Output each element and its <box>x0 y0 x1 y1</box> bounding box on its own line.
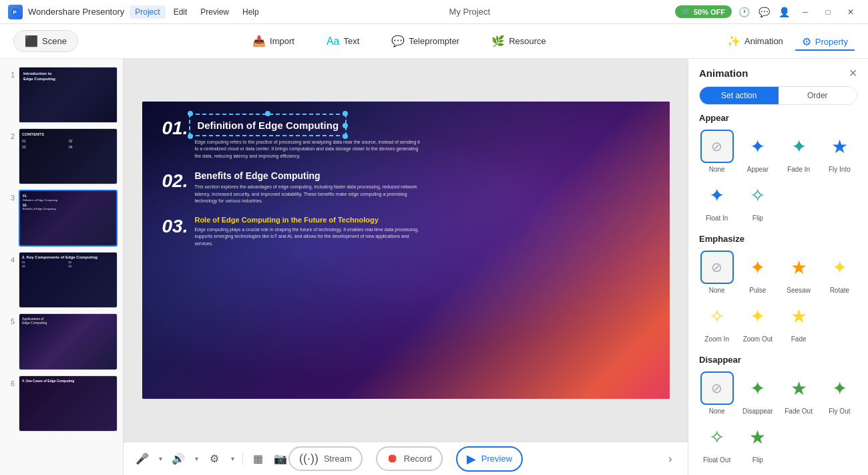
slide-canvas[interactable]: 01. <box>142 102 670 399</box>
disapp-flip-icon[interactable]: ★ <box>741 420 775 454</box>
titlebar-left: P Wondershare Presentory Project Edit Pr… <box>8 5 264 19</box>
disapp-none-icon[interactable]: ⊘ <box>700 371 734 405</box>
emphasize-grid: ⊘ None ✦ Pulse ★ Seesaw <box>699 251 857 343</box>
slide-section-1[interactable]: 01. <box>162 118 650 160</box>
slide-item-4[interactable]: 4 2. Key Components of Edge Computing 01… <box>0 249 123 311</box>
slide-item-6[interactable]: 6 4. Use Cases of Edge Computing <box>0 373 123 434</box>
animation-label: Animation <box>744 36 783 46</box>
settings-icon[interactable]: ⚙ <box>204 448 225 470</box>
slide-thumb-3[interactable]: 01. Definition of Edge Computing 02. Ben… <box>19 190 118 247</box>
emph-zoom-out[interactable]: ✦ Zoom Out <box>740 299 775 343</box>
tab-set-action[interactable]: Set action <box>700 87 779 104</box>
nav-next-icon[interactable]: › <box>661 450 680 468</box>
mic-icon[interactable]: 🎤 <box>132 448 153 470</box>
emph-fade-icon[interactable]: ★ <box>782 299 815 333</box>
appear-none-icon[interactable]: ⊘ <box>700 130 734 163</box>
clock-icon[interactable]: 🕐 <box>737 5 750 19</box>
appear-float-in-icon[interactable]: ✦ <box>700 178 734 212</box>
slide-item-3[interactable]: 3 01. Definition of Edge Computing 02. B… <box>0 187 123 249</box>
emph-rotate-icon[interactable]: ✦ <box>823 251 856 284</box>
slide-item-5[interactable]: 5 Applications ofEdge Computing <box>0 311 123 372</box>
slide-item-1[interactable]: 1 Introduction toEdge Computing <box>0 64 123 126</box>
disapp-none[interactable]: ⊘ None <box>699 371 734 415</box>
disapp-fade-out-icon[interactable]: ★ <box>782 371 815 405</box>
menu-project[interactable]: Project <box>130 5 165 19</box>
appear-flip[interactable]: ✧ Flip <box>740 178 775 222</box>
teleprompter-button[interactable]: 💬 Teleprompter <box>386 31 465 51</box>
mic-chevron[interactable]: ▾ <box>154 448 166 470</box>
emphasize-section: Emphasize ⊘ None ✦ Pulse ★ <box>688 226 868 347</box>
scene-button[interactable]: ⬛ Scene <box>13 30 78 52</box>
emph-seesaw-icon[interactable]: ★ <box>782 251 815 284</box>
disapp-disappear-icon[interactable]: ✦ <box>741 371 775 405</box>
animation-close-button[interactable]: ✕ <box>849 67 857 80</box>
disapp-fly-out[interactable]: ✦ Fly Out <box>822 371 857 415</box>
appear-none[interactable]: ⊘ None <box>699 130 734 173</box>
menu-preview[interactable]: Preview <box>195 5 234 19</box>
emph-zoom-in-icon[interactable]: ✧ <box>700 299 734 333</box>
emph-none[interactable]: ⊘ None <box>699 251 734 294</box>
message-icon[interactable]: 💬 <box>757 5 771 19</box>
slide-num-4: 4 <box>5 256 15 264</box>
appear-appear-icon[interactable]: ✦ <box>741 130 775 163</box>
maximize-button[interactable]: □ <box>819 5 837 19</box>
promo-button[interactable]: 🛒 50% OFF <box>675 5 732 18</box>
bottom-right: › <box>661 450 680 468</box>
slide-item-2[interactable]: 2 CONTENTS 01020304 <box>0 126 123 187</box>
stream-button[interactable]: ((·)) Stream <box>288 446 363 471</box>
appear-float-in[interactable]: ✦ Float In <box>699 178 734 222</box>
disapp-fade-out[interactable]: ★ Fade Out <box>781 371 817 415</box>
slide-num-5: 5 <box>5 317 15 325</box>
menu-help[interactable]: Help <box>237 5 264 19</box>
record-button[interactable]: ⏺ Record <box>376 446 443 471</box>
disapp-fly-out-icon[interactable]: ✦ <box>823 371 856 405</box>
main-content: 1 Introduction toEdge Computing 2 CONTEN… <box>0 59 868 475</box>
disapp-disappear[interactable]: ✦ Disappear <box>740 371 775 415</box>
slide-thumb-4[interactable]: 2. Key Components of Edge Computing 0102… <box>19 252 118 308</box>
slide-thumb-5[interactable]: Applications ofEdge Computing <box>19 313 118 369</box>
slide-thumb-6[interactable]: 4. Use Cases of Edge Computing <box>19 375 118 432</box>
settings-chevron[interactable]: ▾ <box>226 448 238 470</box>
emph-seesaw[interactable]: ★ Seesaw <box>781 251 817 294</box>
emph-zoom-in[interactable]: ✧ Zoom In <box>699 299 734 343</box>
section-03-body: Edge computing plays a crucial role in s… <box>194 226 421 248</box>
disapp-flip[interactable]: ★ Flip <box>740 420 775 464</box>
emph-pulse-icon[interactable]: ✦ <box>741 251 775 284</box>
canvas-wrap[interactable]: 01. <box>124 59 688 442</box>
emph-zoom-out-icon[interactable]: ✦ <box>741 299 775 333</box>
appear-appear[interactable]: ✦ Appear <box>740 130 775 173</box>
close-button[interactable]: ✕ <box>841 5 860 19</box>
layout-icon[interactable]: ▦ <box>247 448 268 470</box>
section-01-title[interactable]: Definition of Edge Computing <box>194 118 341 134</box>
appear-fly-into[interactable]: ★ Fly Into <box>822 130 857 173</box>
minimize-button[interactable]: ─ <box>796 5 815 19</box>
animation-button[interactable]: ✨ Animation <box>720 31 790 51</box>
preview-button[interactable]: ▶ Preview <box>456 446 523 472</box>
emph-rotate[interactable]: ✦ Rotate <box>822 251 857 294</box>
appear-fade-in[interactable]: ✦ Fade In <box>781 130 817 173</box>
resource-button[interactable]: 🌿 Resource <box>486 31 552 51</box>
speaker-icon[interactable]: 🔊 <box>168 448 189 470</box>
camera-icon[interactable]: 📷 <box>270 448 291 470</box>
appear-fly-into-icon[interactable]: ★ <box>823 130 856 163</box>
speaker-chevron[interactable]: ▾ <box>190 448 202 470</box>
appear-fade-in-icon[interactable]: ✦ <box>782 130 815 163</box>
emph-pulse[interactable]: ✦ Pulse <box>740 251 775 294</box>
slide-section-3[interactable]: 03. Role of Edge Computing in the Future… <box>162 216 650 248</box>
text-button[interactable]: Aa Text <box>321 31 365 51</box>
property-button[interactable]: ⚙ Property <box>795 31 855 51</box>
titlebar-right: 🛒 50% OFF 🕐 💬 👤 ─ □ ✕ <box>675 5 860 19</box>
emph-none-icon[interactable]: ⊘ <box>700 251 734 284</box>
tab-order[interactable]: Order <box>779 87 857 104</box>
appear-flip-icon[interactable]: ✧ <box>741 178 775 212</box>
import-button[interactable]: 📥 Import <box>247 31 300 51</box>
disapp-float-out[interactable]: ✧ Float Out <box>699 420 734 464</box>
user-icon[interactable]: 👤 <box>777 5 791 19</box>
slide-section-2[interactable]: 02. Benefits of Edge Computing This sect… <box>162 170 650 205</box>
disapp-float-out-icon[interactable]: ✧ <box>700 420 734 454</box>
menu-edit[interactable]: Edit <box>168 5 193 19</box>
slide-thumb-2[interactable]: CONTENTS 01020304 <box>19 128 118 184</box>
emph-fade[interactable]: ★ Fade <box>781 299 817 343</box>
disapp-disappear-label: Disappear <box>742 408 773 415</box>
slide-thumb-1[interactable]: Introduction toEdge Computing <box>19 67 118 123</box>
